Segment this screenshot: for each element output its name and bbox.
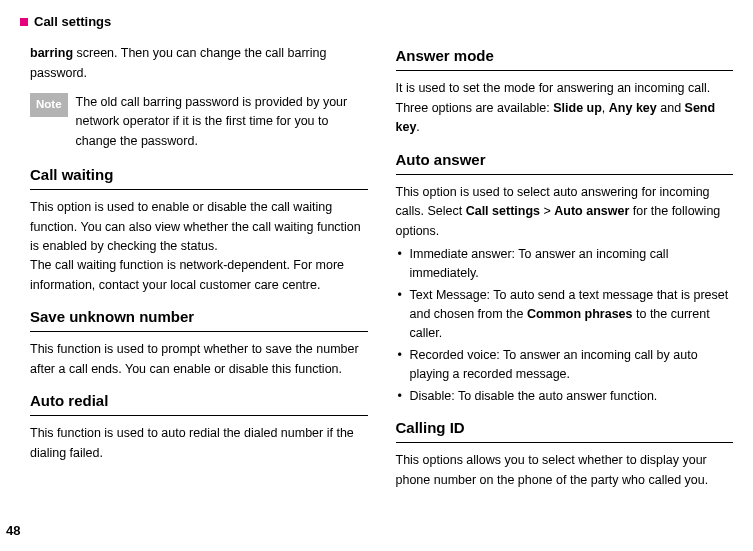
page-header: Call settings xyxy=(20,12,733,32)
header-square-icon xyxy=(20,18,28,26)
content-columns: barring screen. Then you can change the … xyxy=(30,44,733,500)
note-text: The old call barring password is provide… xyxy=(76,93,368,151)
note-box: Note The old call barring password is pr… xyxy=(30,93,368,151)
save-unknown-p1: This function is used to prompt whether … xyxy=(30,340,368,379)
call-waiting-p1: This option is used to enable or disable… xyxy=(30,198,368,256)
right-column: Answer mode It is used to set the mode f… xyxy=(396,44,734,500)
intro-paragraph: barring screen. Then you can change the … xyxy=(30,44,368,83)
list-item: Recorded voice: To answer an incoming ca… xyxy=(396,346,734,385)
heading-call-waiting: Call waiting xyxy=(30,163,368,190)
list-item: Disable: To disable the auto answer func… xyxy=(396,387,734,406)
auto-redial-p1: This function is used to auto redial the… xyxy=(30,424,368,463)
left-column: barring screen. Then you can change the … xyxy=(30,44,368,500)
call-waiting-p2: The call waiting function is network-dep… xyxy=(30,256,368,295)
heading-save-unknown: Save unknown number xyxy=(30,305,368,332)
auto-answer-options: Immediate answer: To answer an incoming … xyxy=(396,245,734,406)
heading-calling-id: Calling ID xyxy=(396,416,734,443)
heading-auto-answer: Auto answer xyxy=(396,148,734,175)
calling-id-p1: This options allows you to select whethe… xyxy=(396,451,734,490)
header-title: Call settings xyxy=(34,12,111,32)
list-item: Text Message: To auto send a text messag… xyxy=(396,286,734,344)
heading-answer-mode: Answer mode xyxy=(396,44,734,71)
heading-auto-redial: Auto redial xyxy=(30,389,368,416)
auto-answer-p1: This option is used to select auto answe… xyxy=(396,183,734,241)
list-item: Immediate answer: To answer an incoming … xyxy=(396,245,734,284)
answer-mode-p1: It is used to set the mode for answering… xyxy=(396,79,734,137)
page-number: 48 xyxy=(6,521,20,541)
note-label: Note xyxy=(30,93,68,117)
